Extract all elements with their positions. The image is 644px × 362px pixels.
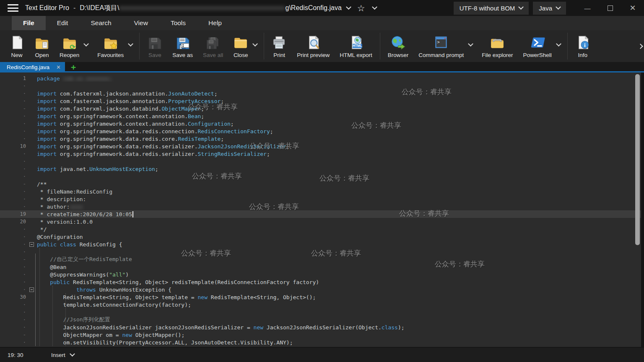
toolbar-button-print-preview[interactable]: Print preview	[292, 30, 335, 62]
menu-item-view[interactable]: View	[123, 16, 159, 30]
code-line[interactable]: · * author:xxxx	[0, 203, 641, 210]
toolbar-button-label: Reopen	[60, 52, 79, 58]
code-line[interactable]: ·import java.net.UnknownHostException;	[0, 165, 641, 173]
toolbar-button-powershell[interactable]: PowerShell	[518, 30, 565, 62]
code-line[interactable]: 20 * versioni:1.0.0	[0, 218, 641, 225]
code-line[interactable]: · * fileName:RedisConfig	[0, 188, 641, 195]
chevron-down-icon[interactable]	[468, 43, 476, 49]
code-line[interactable]: 30 RedisTemplate<String, Object> templat…	[0, 293, 641, 301]
favourite-star-icon[interactable]: ☆	[357, 4, 365, 13]
menu-item-help[interactable]: Help	[197, 16, 233, 30]
toolbar-button-save-as[interactable]: Save as	[167, 30, 198, 62]
save-all-icon	[205, 35, 221, 50]
toolbar-button-command-prompt[interactable]: >Command prompt	[413, 30, 477, 62]
toolbar-button-new[interactable]: New	[4, 30, 29, 62]
code-line[interactable]: ·import com.fasterxml.jackson.annotation…	[0, 90, 641, 97]
open-folder-icon	[34, 35, 49, 50]
toolbar-button-favourites[interactable]: Favourites	[92, 30, 137, 62]
chevron-down-icon[interactable]	[556, 43, 564, 49]
code-line[interactable]: · Jackson2JsonRedisSerializer jackson2Js…	[0, 323, 641, 331]
file-list-dropdown-icon[interactable]	[346, 4, 351, 10]
code-line[interactable]: ·import org.springframework.context.anno…	[0, 112, 641, 120]
line-number: 1	[0, 75, 26, 81]
code-line[interactable]: ·	[0, 308, 641, 316]
toolbar-button-label: Browser	[388, 52, 409, 58]
chevron-down-icon	[518, 4, 524, 10]
watermark: 公众号：睿共享	[399, 209, 449, 218]
code-line[interactable]: ·import org.springframework.data.redis.c…	[0, 135, 641, 142]
status-bar: 19: 30 Insert	[0, 348, 644, 362]
line-number: ·	[0, 151, 26, 157]
toolbar-button-reopen[interactable]: ⟳Reopen	[55, 30, 92, 62]
code-line[interactable]: 10import org.springframework.data.redis.…	[0, 142, 641, 150]
chevron-down-icon[interactable]	[128, 43, 136, 49]
file-path-redacted: xxxxxxxxxxxxxxxxxxxxxxxxxxxxxxxxxxxxxxxx…	[119, 4, 286, 11]
hamburger-menu-icon[interactable]	[8, 4, 18, 12]
maximize-button[interactable]	[599, 0, 621, 16]
fold-marker[interactable]	[26, 242, 37, 247]
vertical-scrollbar[interactable]	[635, 74, 640, 245]
code-line[interactable]: · */	[0, 225, 641, 233]
code-text: import org.springframework.data.redis.co…	[37, 136, 641, 142]
code-line[interactable]: ·import org.springframework.data.redis.s…	[0, 150, 641, 158]
code-text: @Configuration	[37, 234, 641, 240]
code-line[interactable]: ·	[0, 158, 641, 165]
chevron-down-icon	[70, 351, 75, 357]
code-line[interactable]: ·	[0, 82, 641, 90]
chevron-down-icon[interactable]	[252, 43, 260, 49]
code-line[interactable]: · //Json序列化配置	[0, 316, 641, 323]
insert-mode-select[interactable]: Insert	[51, 352, 74, 358]
favourites-dropdown-icon[interactable]	[372, 4, 377, 10]
code-line[interactable]: ·public class RedisConfig {	[0, 240, 641, 248]
menu-item-search[interactable]: Search	[79, 16, 122, 30]
print-preview-icon	[306, 35, 321, 50]
line-number: ·	[0, 279, 26, 285]
toolbar-button-info[interactable]: iInfo	[570, 30, 595, 62]
syntax-select[interactable]: Java	[533, 2, 566, 15]
code-line[interactable]: -import com.fasterxml.jackson.databind.O…	[0, 105, 641, 112]
tab-redisconfig[interactable]: RedisConfig.java ✕	[0, 62, 65, 72]
toolbar-button-open[interactable]: Open	[29, 30, 55, 62]
code-line[interactable]: ·import org.springframework.data.redis.c…	[0, 127, 641, 135]
toolbar-overflow-button[interactable]	[639, 30, 642, 62]
code-text: om.setVisibility(PropertyAccessor.ALL, J…	[37, 339, 641, 346]
tab-close-icon[interactable]: ✕	[56, 64, 61, 70]
toolbar-button-file-explorer[interactable]: File explorer	[477, 30, 518, 62]
code-text: import org.springframework.context.annot…	[37, 113, 641, 119]
code-editor[interactable]: 1package com.xx.xxxxxxx;··import com.fas…	[0, 72, 641, 347]
code-line[interactable]: 1package com.xx.xxxxxxx;	[0, 75, 641, 82]
code-line[interactable]: ·import org.springframework.context.anno…	[0, 120, 641, 127]
line-number: -	[0, 181, 26, 187]
code-line[interactable]: ·@Configuration	[0, 233, 641, 240]
code-line[interactable]: · template.setConnectionFactory(factory)…	[0, 301, 641, 308]
code-line[interactable]: · om.setVisibility(PropertyAccessor.ALL,…	[0, 339, 641, 346]
menu-item-edit[interactable]: Edit	[46, 16, 80, 30]
code-line[interactable]: · @SuppressWarnings("all")	[0, 271, 641, 278]
toolbar-button-label: Command prompt	[418, 52, 464, 58]
menu-item-tools[interactable]: Tools	[159, 16, 197, 30]
toolbar-button-print[interactable]: Print	[267, 30, 292, 62]
toolbar-button-browser[interactable]: Browser	[383, 30, 414, 62]
encoding-value: UTF-8 without BOM	[460, 5, 515, 12]
line-number: ·	[0, 302, 26, 308]
toolbar-button-html-export[interactable]: HTMLHTML export	[335, 30, 377, 62]
close-button[interactable]: ✕	[621, 0, 644, 16]
fold-marker[interactable]	[26, 287, 37, 292]
new-tab-button[interactable]: +	[65, 62, 82, 72]
line-number: ·	[0, 309, 26, 315]
code-line[interactable]: - ObjectMapper om = new ObjectMapper();	[0, 331, 641, 339]
line-number: 20	[0, 219, 26, 225]
code-line[interactable]: · * description:	[0, 195, 641, 203]
code-line[interactable]: · public RedisTemplate<String, Object> r…	[0, 278, 641, 286]
encoding-select[interactable]: UTF-8 without BOM	[454, 2, 529, 15]
menu-item-file[interactable]: File	[12, 16, 46, 30]
code-line[interactable]: ·import com.fasterxml.jackson.annotation…	[0, 97, 641, 105]
code-text: template.setConnectionFactory(factory);	[37, 302, 641, 308]
code-text: import java.net.UnknownHostException;	[37, 166, 641, 172]
code-line[interactable]: · throws UnknownHostException {	[0, 286, 641, 293]
code-line[interactable]: · @Bean	[0, 263, 641, 271]
toolbar-button-close[interactable]: Close	[228, 30, 261, 62]
chevron-down-icon[interactable]	[83, 43, 91, 49]
minimize-button[interactable]: —	[576, 0, 599, 16]
code-line-current[interactable]: 19 * createTime:2020/6/28 10:05	[0, 210, 641, 218]
